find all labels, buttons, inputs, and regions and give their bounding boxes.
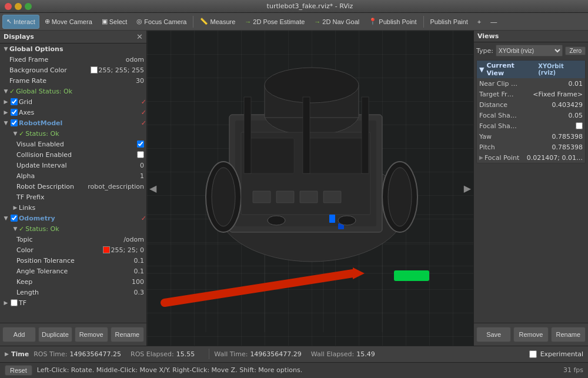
select-button[interactable]: ▣ Select xyxy=(98,15,132,29)
tf-prefix-row[interactable]: TF Prefix xyxy=(0,192,146,202)
move-camera-button[interactable]: ⊕ Move Camera xyxy=(41,15,96,29)
axes-checkbox[interactable] xyxy=(11,109,18,116)
svg-rect-31 xyxy=(323,191,341,203)
target-frame-row[interactable]: Target Fr… <Fixed Frame> xyxy=(477,89,585,99)
tf-checkbox[interactable] xyxy=(11,299,18,306)
tf-row[interactable]: TF xyxy=(0,297,146,308)
nav-goal-button[interactable]: → 2D Nav Goal xyxy=(310,15,363,29)
maximize-button[interactable] xyxy=(25,3,32,10)
axes-arrow[interactable] xyxy=(2,109,9,116)
svg-rect-22 xyxy=(306,138,365,173)
fixed-frame-row[interactable]: Fixed Frame odom xyxy=(0,54,146,65)
displays-header: Displays ✕ xyxy=(0,31,146,44)
grid-arrow[interactable] xyxy=(2,98,9,105)
position-tolerance-row[interactable]: Position Tolerance 0.1 xyxy=(0,255,146,266)
displays-content[interactable]: Global Options Fixed Frame odom Backgrou… xyxy=(0,44,146,323)
distance-row[interactable]: Distance 0.403429 xyxy=(477,99,585,110)
frame-rate-row[interactable]: Frame Rate 30 xyxy=(0,75,146,86)
ros-time-field: ROS Time: 1496356477.25 xyxy=(34,350,121,358)
background-color-row[interactable]: Background Color 255; 255; 255 xyxy=(0,65,146,75)
odometry-checkbox[interactable] xyxy=(11,215,18,222)
svg-rect-9 xyxy=(394,270,429,281)
background-color-swatch xyxy=(91,66,98,73)
near-clip-row[interactable]: Near Clip … 0.01 xyxy=(477,78,585,89)
measure-button[interactable]: 📏 Measure xyxy=(196,15,239,29)
odom-status-arrow[interactable] xyxy=(12,225,19,232)
robotmodel-row[interactable]: RobotModel ✓ xyxy=(0,118,146,128)
rename-button[interactable]: Rename xyxy=(111,327,144,342)
grid-row[interactable]: Grid ✓ xyxy=(0,96,146,107)
views-content: Type: XYOrbit (rviz) Zero ▼ Current View… xyxy=(474,42,588,323)
global-options-arrow[interactable] xyxy=(2,45,9,52)
pitch-row[interactable]: Pitch 0.785398 xyxy=(477,142,585,152)
time-collapse-arrow[interactable]: ▶ xyxy=(5,351,9,357)
grid-checkbox[interactable] xyxy=(11,98,18,105)
focal-point-row[interactable]: ▶ Focal Point 0.021407; 0.01… xyxy=(477,152,585,163)
length-row[interactable]: Length 0.3 xyxy=(0,287,146,297)
views-rename-button[interactable]: Rename xyxy=(551,327,586,342)
interact-button[interactable]: ↖ Interact xyxy=(2,15,39,29)
collision-enabled-row[interactable]: Collision Enabled xyxy=(0,149,146,160)
svg-point-15 xyxy=(265,68,359,103)
odom-status-check: ✓ xyxy=(19,225,24,233)
views-footer: Save Remove Rename xyxy=(474,323,588,346)
visual-enabled-row[interactable]: Visual Enabled xyxy=(0,139,146,149)
minus-button[interactable]: — xyxy=(486,15,501,29)
reset-button[interactable]: Reset xyxy=(5,365,32,376)
tf-arrow[interactable] xyxy=(2,299,9,306)
pose-estimate-button[interactable]: → 2D Pose Estimate xyxy=(240,15,309,29)
close-button[interactable] xyxy=(5,3,12,10)
displays-close-button[interactable]: ✕ xyxy=(136,32,143,41)
focal-sha2-checkbox[interactable] xyxy=(576,122,583,129)
remove-button[interactable]: Remove xyxy=(75,327,108,342)
duplicate-button[interactable]: Duplicate xyxy=(38,327,72,342)
cursor-icon: ↖ xyxy=(6,18,12,25)
views-zero-button[interactable]: Zero xyxy=(565,46,586,55)
global-options-group[interactable]: Global Options xyxy=(0,44,146,54)
axes-row[interactable]: Axes ✓ xyxy=(0,107,146,118)
angle-tolerance-row[interactable]: Angle Tolerance 0.1 xyxy=(0,266,146,276)
rm-status-arrow[interactable] xyxy=(12,130,19,137)
experimental-checkbox[interactable] xyxy=(529,350,537,358)
robotmodel-checkbox[interactable] xyxy=(11,119,18,126)
odometry-row[interactable]: Odometry ✓ xyxy=(0,213,146,223)
alpha-row[interactable]: Alpha 1 xyxy=(0,170,146,181)
keep-row[interactable]: Keep 100 xyxy=(0,276,146,287)
plus-button[interactable]: + xyxy=(473,15,485,29)
robotmodel-arrow[interactable] xyxy=(2,119,9,126)
links-arrow[interactable] xyxy=(12,204,19,211)
focus-camera-button[interactable]: ◎ Focus Camera xyxy=(132,15,191,29)
focal-point-arrow: ▶ xyxy=(479,155,483,160)
wall-time-value: 1496356477.29 xyxy=(250,350,301,358)
robot-description-row[interactable]: Robot Description robot_description xyxy=(0,181,146,192)
robotmodel-status-row: ✓ Status: Ok xyxy=(0,128,146,139)
collision-enabled-checkbox[interactable] xyxy=(137,151,144,158)
topic-row[interactable]: Topic /odom xyxy=(0,234,146,245)
links-group-row[interactable]: Links xyxy=(0,202,146,213)
visual-enabled-checkbox[interactable] xyxy=(137,141,144,148)
odometry-arrow[interactable] xyxy=(2,215,9,222)
update-interval-row[interactable]: Update Interval 0 xyxy=(0,160,146,170)
svg-rect-30 xyxy=(300,191,318,203)
views-remove-button[interactable]: Remove xyxy=(513,327,548,342)
nav-left-arrow[interactable]: ◀ xyxy=(149,183,156,194)
color-row[interactable]: Color 255; 25; 0 xyxy=(0,245,146,255)
yaw-row[interactable]: Yaw 0.785398 xyxy=(477,131,585,142)
views-save-button[interactable]: Save xyxy=(476,327,511,342)
publish-paint-button[interactable]: Publish Paint xyxy=(426,15,472,29)
focal-sha2-row[interactable]: Focal Sha… xyxy=(477,121,585,131)
current-view-arrow: ▼ xyxy=(479,66,484,73)
time-bar: ▶ Time ROS Time: 1496356477.25 ROS Elaps… xyxy=(0,346,588,363)
current-view-header: ▼ Current View XYOrbit (rviz) xyxy=(477,61,585,78)
focal-sha1-row[interactable]: Focal Sha… 0.05 xyxy=(477,110,585,121)
displays-footer: Add Duplicate Remove Rename xyxy=(0,323,146,346)
minimize-button[interactable] xyxy=(15,3,22,10)
nav-right-arrow[interactable]: ▶ xyxy=(464,183,471,194)
global-status-arrow[interactable] xyxy=(2,88,9,95)
publish-point-button[interactable]: 📍 Publish Point xyxy=(365,15,420,29)
wall-time-field: Wall Time: 1496356477.29 xyxy=(214,350,302,358)
window-title: turtlebot3_fake.rviz* - RViz xyxy=(36,2,583,10)
views-type-select[interactable]: XYOrbit (rviz) xyxy=(496,45,563,56)
viewport[interactable]: ◀ ▶ xyxy=(147,31,473,346)
add-button[interactable]: Add xyxy=(2,327,36,342)
